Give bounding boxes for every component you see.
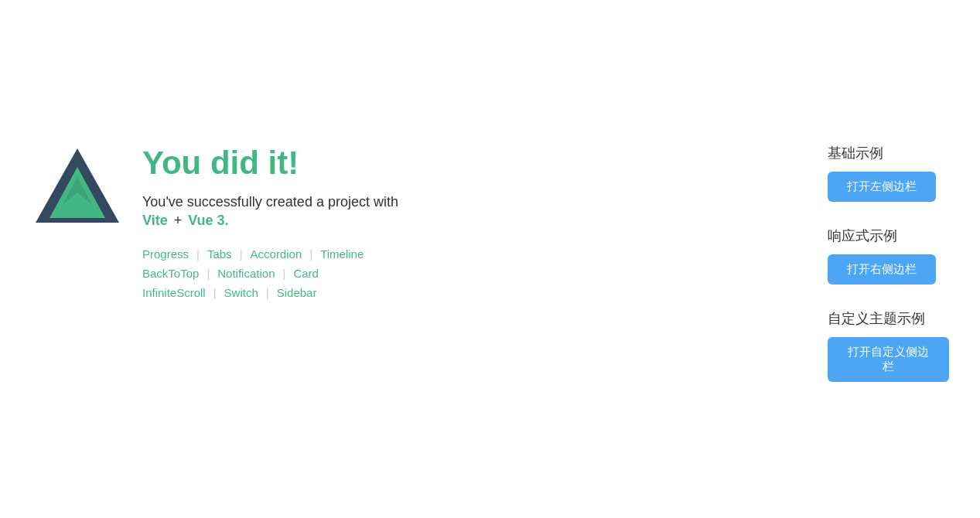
example-block-responsive: 响应式示例 打开右侧边栏: [828, 227, 949, 285]
nav-divider: |: [196, 247, 200, 261]
vue-link[interactable]: Vue 3.: [188, 213, 228, 229]
example-block-custom: 自定义主题示例 打开自定义侧边栏: [828, 309, 949, 382]
nav-link-timeline[interactable]: Timeline: [320, 244, 364, 264]
example-title-basic: 基础示例: [828, 144, 949, 162]
nav-link-switch[interactable]: Switch: [224, 283, 258, 302]
nav-row-2: BackToTop | Notification | Card: [142, 264, 704, 283]
nav-link-infinitescroll[interactable]: InfiniteScroll: [142, 283, 206, 302]
open-custom-sidebar-button[interactable]: 打开自定义侧边栏: [828, 337, 949, 382]
example-title-responsive: 响应式示例: [828, 227, 949, 245]
nav-divider: |: [240, 247, 243, 261]
nav-link-accordion[interactable]: Accordion: [251, 244, 302, 264]
plus-sign: +: [174, 213, 183, 229]
nav-divider: |: [213, 286, 217, 299]
example-block-basic: 基础示例 打开左侧边栏: [828, 144, 949, 202]
example-title-custom: 自定义主题示例: [828, 309, 949, 328]
nav-link-notification[interactable]: Notification: [217, 264, 275, 283]
open-left-sidebar-button[interactable]: 打开左侧边栏: [828, 172, 936, 202]
nav-link-card[interactable]: Card: [293, 264, 319, 283]
open-right-sidebar-button[interactable]: 打开右侧边栏: [828, 254, 936, 285]
nav-divider: |: [282, 267, 285, 280]
left-section: You did it! You've successfully created …: [31, 136, 704, 302]
nav-row-1: Progress | Tabs | Accordion | Timeline: [142, 244, 704, 264]
subtitle-block: You've successfully created a project wi…: [142, 192, 704, 229]
nav-divider: |: [266, 286, 269, 299]
vite-link[interactable]: Vite: [142, 213, 168, 229]
nav-links: Progress | Tabs | Accordion | Timeline B…: [142, 244, 704, 302]
nav-link-sidebar[interactable]: Sidebar: [277, 283, 317, 302]
nav-divider: |: [309, 247, 312, 261]
subtitle-text: You've successfully created a project wi…: [142, 194, 398, 210]
nav-row-3: InfiniteScroll | Switch | Sidebar: [142, 283, 704, 302]
content-block: You did it! You've successfully created …: [142, 136, 704, 302]
main-container: You did it! You've successfully created …: [0, 105, 980, 413]
nav-link-backtotop[interactable]: BackToTop: [142, 264, 199, 283]
subtitle-links: Vite + Vue 3.: [142, 213, 704, 229]
nav-link-tabs[interactable]: Tabs: [207, 244, 232, 264]
main-title: You did it!: [142, 144, 704, 182]
nav-link-progress[interactable]: Progress: [142, 244, 189, 264]
nav-divider: |: [207, 267, 210, 280]
vue-logo: [31, 144, 124, 237]
right-section: 基础示例 打开左侧边栏 响应式示例 打开右侧边栏 自定义主题示例 打开自定义侧边…: [828, 136, 949, 382]
